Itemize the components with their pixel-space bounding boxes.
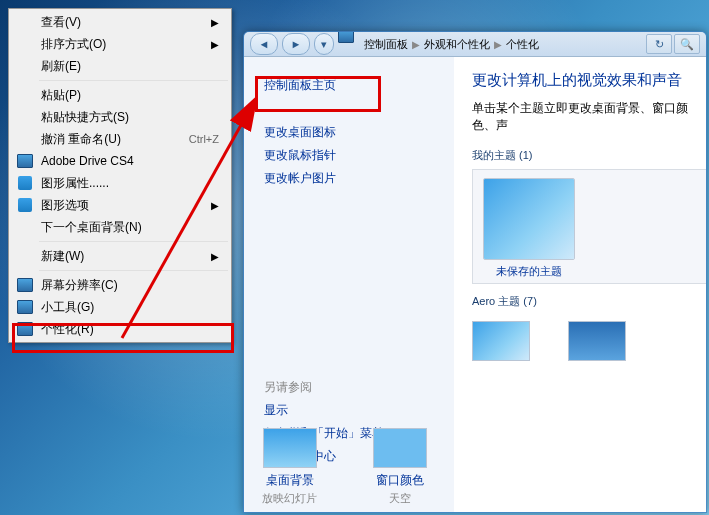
chevron-right-icon: ▶ bbox=[211, 17, 219, 28]
aero-themes-strip bbox=[472, 321, 706, 361]
back-button[interactable]: ◄ bbox=[250, 33, 278, 55]
page-title: 更改计算机上的视觉效果和声音 bbox=[472, 71, 706, 90]
ctx-paste[interactable]: 粘贴(P) bbox=[11, 84, 229, 106]
window-body: 控制面板主页 更改桌面图标 更改鼠标指针 更改帐户图片 另请参阅 显示 任务栏和… bbox=[244, 57, 706, 512]
chevron-right-icon: ▶ bbox=[211, 251, 219, 262]
ctx-undo-rename[interactable]: 撤消 重命名(U)Ctrl+Z bbox=[11, 128, 229, 150]
ctx-gadgets[interactable]: 小工具(G) bbox=[11, 296, 229, 318]
monitor-icon bbox=[17, 321, 33, 337]
side-main-link[interactable]: 控制面板主页 bbox=[264, 77, 454, 94]
titlebar: ◄ ► ▾ 控制面板▶外观和个性化▶个性化 ↻ 🔍 bbox=[244, 32, 706, 57]
monitor-icon bbox=[17, 277, 33, 293]
side-link-desktop-icons[interactable]: 更改桌面图标 bbox=[264, 124, 454, 141]
ctx-view[interactable]: 查看(V)▶ bbox=[11, 11, 229, 33]
ctx-graphics-props[interactable]: 图形属性...... bbox=[11, 172, 229, 194]
forward-button[interactable]: ► bbox=[282, 33, 310, 55]
desktop-context-menu: 查看(V)▶ 排序方式(O)▶ 刷新(E) 粘贴(P) 粘贴快捷方式(S) 撤消… bbox=[8, 8, 232, 343]
ctx-personalize[interactable]: 个性化(R) bbox=[11, 318, 229, 340]
gadget-icon bbox=[17, 299, 33, 315]
theme-caption: 未保存的主题 bbox=[481, 264, 577, 279]
refresh-button[interactable]: ↻ bbox=[646, 34, 672, 54]
search-button[interactable]: 🔍 bbox=[674, 34, 700, 54]
see-also-header: 另请参阅 bbox=[264, 379, 454, 396]
history-dropdown[interactable]: ▾ bbox=[314, 33, 334, 55]
ctx-next-background[interactable]: 下一个桌面背景(N) bbox=[11, 216, 229, 238]
graphics-icon bbox=[17, 175, 33, 191]
control-panel-window: ◄ ► ▾ 控制面板▶外观和个性化▶个性化 ↻ 🔍 控制面板主页 更改桌面图标 … bbox=[243, 31, 707, 513]
ctx-screen-resolution[interactable]: 屏幕分辨率(C) bbox=[11, 274, 229, 296]
ctx-paste-shortcut[interactable]: 粘贴快捷方式(S) bbox=[11, 106, 229, 128]
side-link-account-picture[interactable]: 更改帐户图片 bbox=[264, 170, 454, 187]
personalization-icon bbox=[338, 31, 354, 44]
chevron-right-icon: ▶ bbox=[211, 200, 219, 211]
ctx-refresh[interactable]: 刷新(E) bbox=[11, 55, 229, 77]
adobe-icon bbox=[17, 153, 33, 169]
content-area: 更改计算机上的视觉效果和声音 单击某个主题立即更改桌面背景、窗口颜色、声 我的主… bbox=[454, 57, 706, 512]
theme-unsaved[interactable]: 未保存的主题 bbox=[481, 178, 577, 279]
ctx-separator bbox=[39, 270, 228, 271]
group-aero-themes: Aero 主题 (7) bbox=[472, 294, 706, 309]
ctx-graphics-options[interactable]: 图形选项▶ bbox=[11, 194, 229, 216]
side-link-mouse-pointers[interactable]: 更改鼠标指针 bbox=[264, 147, 454, 164]
chevron-right-icon: ▶ bbox=[211, 39, 219, 50]
group-my-themes: 我的主题 (1) bbox=[472, 148, 706, 163]
ctx-new[interactable]: 新建(W)▶ bbox=[11, 245, 229, 267]
my-themes-box: 未保存的主题 bbox=[472, 169, 706, 284]
graphics-icon bbox=[17, 197, 33, 213]
shortcut-label: Ctrl+Z bbox=[189, 133, 219, 145]
ctx-sort[interactable]: 排序方式(O)▶ bbox=[11, 33, 229, 55]
page-description: 单击某个主题立即更改桌面背景、窗口颜色、声 bbox=[472, 100, 706, 134]
side-link-display[interactable]: 显示 bbox=[264, 402, 454, 419]
ctx-separator bbox=[39, 80, 228, 81]
ctx-separator bbox=[39, 241, 228, 242]
ctx-adobe-drive[interactable]: Adobe Drive CS4 bbox=[11, 150, 229, 172]
theme-thumbnail bbox=[483, 178, 575, 260]
aero-theme-thumb[interactable] bbox=[472, 321, 530, 361]
breadcrumb[interactable]: 控制面板▶外观和个性化▶个性化 bbox=[364, 37, 539, 52]
aero-theme-thumb[interactable] bbox=[568, 321, 626, 361]
